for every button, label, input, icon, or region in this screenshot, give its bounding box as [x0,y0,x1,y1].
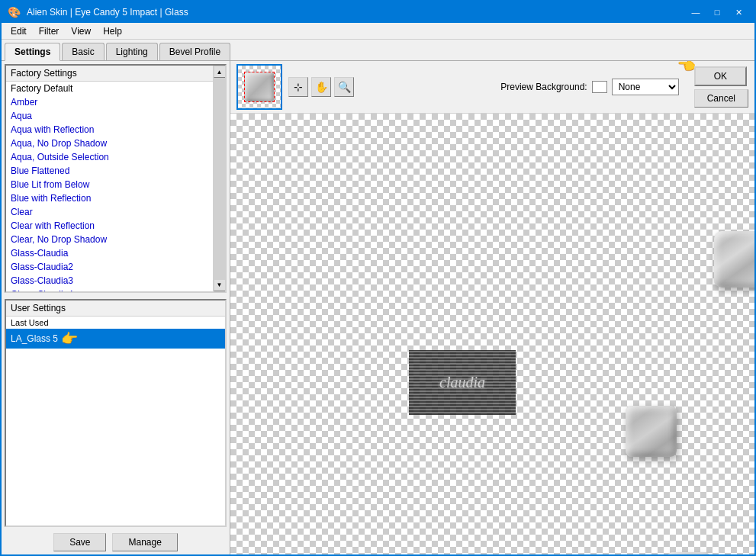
bottom-buttons: Save Manage [2,530,230,554]
tab-settings[interactable]: Settings [5,43,60,61]
list-item[interactable]: Glass-Claudia2 [6,260,213,274]
preview-bg-section: Preview Background: None White Black Cus… [500,79,678,95]
list-item[interactable]: Clear, No Drop Shadow [6,233,213,246]
menu-edit[interactable]: Edit [5,24,33,38]
tab-lighting[interactable]: Lighting [106,43,158,60]
list-item[interactable]: Blue Flattened [6,164,213,178]
zoom-tool-button[interactable]: 🔍 [334,77,354,97]
tab-bevel-profile[interactable]: Bevel Profile [159,43,230,60]
window-title: Alien Skin | Eye Candy 5 Impact | Glass [27,7,188,18]
manage-button[interactable]: Manage [112,533,177,551]
app-icon: 🎨 [8,6,21,18]
list-item[interactable]: Aqua [6,109,213,123]
select-icon: ⊹ [294,81,303,93]
tabs-bar: Settings Basic Lighting Bevel Profile [2,40,754,61]
title-bar: 🎨 Alien Skin | Eye Candy 5 Impact | Glas… [2,2,754,23]
right-panel: ⊹ ✋ 🔍 Preview Background: None White [230,61,754,554]
list-item[interactable]: Amber [6,95,213,109]
main-window: 🎨 Alien Skin | Eye Candy 5 Impact | Glas… [0,0,756,556]
list-item[interactable]: Glass-Claudia3 [6,274,213,288]
list-item[interactable]: Factory Default [6,82,213,95]
close-button[interactable]: ✕ [729,5,748,20]
preview-color-box[interactable] [592,81,607,93]
factory-settings-list: Factory Default Amber Aqua Aqua with Ref… [6,82,213,291]
hand-icon: ✋ [315,81,328,93]
menu-filter[interactable]: Filter [33,24,66,38]
list-item[interactable]: Clear [6,205,213,219]
last-used-label: Last Used [6,317,225,329]
select-tool-button[interactable]: ⊹ [288,77,308,97]
selected-user-setting[interactable]: LA_Glass 5 👉 [6,329,225,349]
menu-bar: Edit Filter View Help [2,23,754,40]
factory-settings-container: Factory Settings Factory Default Amber A… [5,64,227,293]
title-bar-left: 🎨 Alien Skin | Eye Candy 5 Impact | Glas… [8,6,188,18]
list-item[interactable]: Blue with Reflection [6,191,213,205]
preview-image: claudia [409,350,516,415]
main-content: Factory Settings Factory Default Amber A… [2,61,754,554]
factory-settings-scroll[interactable]: Factory Default Amber Aqua Aqua with Ref… [6,82,213,291]
glass-shape-4 [667,552,710,554]
pointing-hand-icon: 👉 [61,330,78,347]
thumbnail-preview [236,64,282,110]
list-item[interactable]: Glass-Claudia [6,246,213,260]
preview-area: claudia [230,114,754,554]
list-item[interactable]: Aqua with Reflection [6,123,213,137]
preview-bg-select[interactable]: None White Black Custom [612,79,679,95]
ok-button[interactable]: OK [694,66,747,86]
scroll-down-button[interactable]: ▼ [214,279,226,291]
menu-view[interactable]: View [65,24,97,38]
title-bar-controls: — □ ✕ [686,5,748,20]
glass-shape-2 [626,406,677,457]
list-item[interactable]: Aqua, Outside Selection [6,150,213,164]
cancel-button[interactable]: Cancel [694,89,748,108]
tab-basic[interactable]: Basic [62,43,104,60]
user-settings-list: Last Used LA_Glass 5 👉 [6,317,225,526]
user-settings-container: User Settings Last Used LA_Glass 5 👉 [5,299,227,528]
maximize-button[interactable]: □ [707,5,727,20]
factory-settings-header: Factory Settings [6,66,213,82]
user-settings-header: User Settings [6,300,225,317]
left-panel: Factory Settings Factory Default Amber A… [2,61,230,554]
preview-bg-label: Preview Background: [500,82,587,92]
list-item[interactable]: Aqua, No Drop Shadow [6,137,213,150]
scroll-track[interactable] [214,78,226,279]
list-item[interactable]: Clear with Reflection [6,219,213,233]
top-toolbar: ⊹ ✋ 🔍 Preview Background: None White [230,61,754,114]
scroll-up-button[interactable]: ▲ [214,66,226,78]
factory-scrollbar[interactable]: ▲ ▼ [213,66,225,291]
ok-cancel-area: 👉 OK Cancel [694,66,748,108]
thumbnail-inner [244,72,275,102]
selected-item-row: LA_Glass 5 👉 [11,330,220,347]
zoom-icon: 🔍 [338,81,351,93]
ok-btn-wrapper: 👉 OK [694,66,748,86]
hand-tool-button[interactable]: ✋ [311,77,331,97]
tool-icons: ⊹ ✋ 🔍 [288,77,354,97]
glass-shape-1 [714,231,754,288]
save-button[interactable]: Save [53,533,106,551]
list-item[interactable]: Glass-Claudia4 [6,288,213,291]
minimize-button[interactable]: — [686,5,706,20]
menu-help[interactable]: Help [97,24,128,38]
list-item[interactable]: Blue Lit from Below [6,178,213,191]
preview-text: claudia [439,374,485,391]
